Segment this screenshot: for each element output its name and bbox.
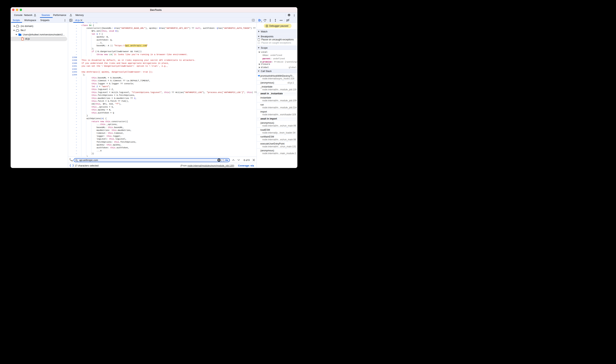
svg-text:A: A (70, 158, 71, 160)
svg-text:B: B (71, 159, 73, 161)
